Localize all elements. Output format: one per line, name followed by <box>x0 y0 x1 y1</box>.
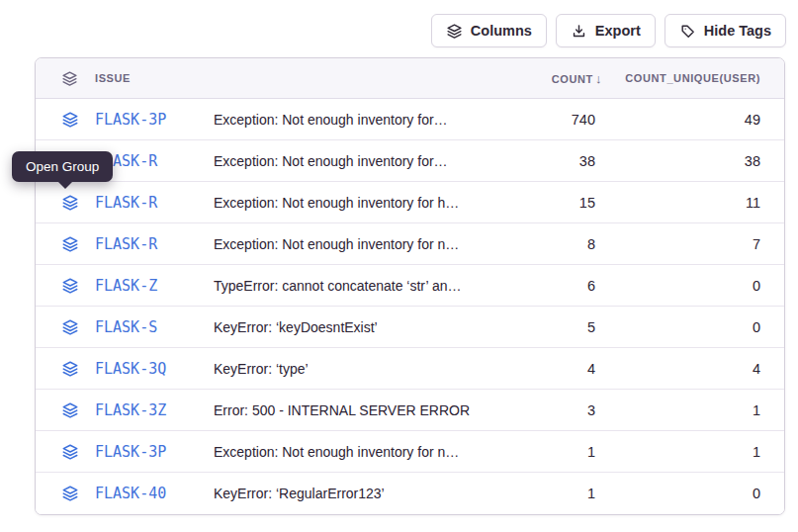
download-icon <box>571 23 587 40</box>
issue-id-link[interactable]: FLASK-Z <box>95 277 214 295</box>
issue-message: KeyError: ‘keyDoesntExist’ <box>214 319 523 335</box>
count-value: 8 <box>523 236 602 252</box>
count-value: 1 <box>523 444 602 460</box>
count-unique-value: 0 <box>602 486 760 501</box>
issue-message: Exception: Not enough inventory for h… <box>214 195 523 211</box>
issue-stack-icon[interactable] <box>36 235 95 253</box>
count-unique-value: 0 <box>602 278 760 294</box>
issue-id-link[interactable]: FLASK-3P <box>95 443 214 461</box>
table-row: FLASK-40 KeyError: ‘RegularError123’ 1 0 <box>36 473 784 514</box>
open-group-tooltip-label: Open Group <box>26 159 99 174</box>
export-button-label: Export <box>595 23 641 39</box>
count-unique-value: 7 <box>602 236 760 252</box>
count-unique-value: 49 <box>602 112 760 128</box>
issue-message: KeyError: ‘type’ <box>214 361 523 377</box>
columns-button-label: Columns <box>471 23 532 39</box>
issue-stack-icon[interactable] <box>36 277 95 295</box>
count-unique-value: 1 <box>602 444 760 460</box>
table-row: FLASK-3P Exception: Not enough inventory… <box>36 431 784 473</box>
issue-stack-icon[interactable] <box>36 485 95 502</box>
count-unique-value: 11 <box>602 195 760 211</box>
issue-message: Exception: Not enough inventory for n… <box>214 236 523 252</box>
issue-id-link[interactable]: FLASK-R <box>95 194 214 212</box>
toolbar: Columns Export Hide Tags <box>431 14 786 47</box>
issue-id-link[interactable]: FLASK-S <box>95 318 214 336</box>
issue-stack-header-icon <box>36 70 95 87</box>
table-row: FLASK-3Q KeyError: ‘type’ 4 4 <box>36 348 784 390</box>
table-row: FLASK-R Exception: Not enough inventory … <box>36 223 784 265</box>
table-row: FLASK-3P Exception: Not enough inventory… <box>36 99 784 140</box>
count-value: 1 <box>523 486 602 501</box>
tag-icon <box>679 23 696 40</box>
count-unique-value: 0 <box>602 319 760 335</box>
count-value: 3 <box>523 402 602 418</box>
count-value: 38 <box>523 153 602 169</box>
count-value: 740 <box>523 112 602 128</box>
count-unique-value: 4 <box>602 361 760 377</box>
column-header-count[interactable]: COUNT↓ <box>523 71 602 86</box>
issue-stack-icon[interactable] <box>36 111 95 129</box>
count-value: 6 <box>523 278 602 294</box>
table-body: FLASK-3P Exception: Not enough inventory… <box>36 99 784 514</box>
table-row: FLASK-S KeyError: ‘keyDoesntExist’ 5 0 <box>36 307 784 348</box>
count-value: 15 <box>523 195 602 211</box>
issue-stack-icon[interactable] <box>36 401 95 419</box>
export-button[interactable]: Export <box>556 14 656 47</box>
open-group-tooltip: Open Group <box>12 151 113 182</box>
count-unique-value: 1 <box>602 402 760 418</box>
issue-id-link[interactable]: FLASK-3Z <box>95 401 214 419</box>
table-row: FLASK-3Z Error: 500 - INTERNAL SERVER ER… <box>36 390 784 431</box>
sort-desc-icon: ↓ <box>595 71 602 86</box>
discover-results-page: Columns Export Hide Tags ISSUE COUNT↓ CO… <box>0 0 798 532</box>
issue-message: Exception: Not enough inventory for… <box>214 153 523 169</box>
issue-id-link[interactable]: FLASK-40 <box>95 485 214 502</box>
columns-button[interactable]: Columns <box>431 14 547 47</box>
issue-id-link[interactable]: FLASK-R <box>95 235 214 253</box>
issue-stack-icon[interactable] <box>36 443 95 461</box>
issue-message: Error: 500 - INTERNAL SERVER ERROR <box>214 402 523 418</box>
issue-id-link[interactable]: FLASK-3Q <box>95 360 214 378</box>
issue-message: KeyError: ‘RegularError123’ <box>214 486 523 501</box>
count-value: 4 <box>523 361 602 377</box>
issue-message: Exception: Not enough inventory for… <box>214 112 523 128</box>
issue-message: TypeError: cannot concatenate ‘str’ an… <box>214 278 523 294</box>
layers-icon <box>446 23 463 40</box>
table-row: FLASK-Z TypeError: cannot concatenate ‘s… <box>36 265 784 307</box>
issue-stack-icon[interactable] <box>36 194 95 212</box>
count-value: 5 <box>523 319 602 335</box>
count-unique-value: 38 <box>602 153 760 169</box>
issue-stack-icon[interactable] <box>36 360 95 378</box>
column-header-issue[interactable]: ISSUE <box>95 72 523 84</box>
issue-message: Exception: Not enough inventory for n… <box>214 444 523 460</box>
issue-id-link[interactable]: FLASK-3P <box>95 111 214 129</box>
table-row: FLASK-R Exception: Not enough inventory … <box>36 140 784 182</box>
hide-tags-button[interactable]: Hide Tags <box>665 14 786 47</box>
table-header-row: ISSUE COUNT↓ COUNT_UNIQUE(USER) <box>36 58 784 99</box>
column-header-count-unique[interactable]: COUNT_UNIQUE(USER) <box>602 72 760 84</box>
table-row: FLASK-R Exception: Not enough inventory … <box>36 182 784 223</box>
issue-stack-icon[interactable] <box>36 318 95 336</box>
hide-tags-button-label: Hide Tags <box>704 23 771 39</box>
issues-table: ISSUE COUNT↓ COUNT_UNIQUE(USER) FLASK-3P… <box>35 57 785 515</box>
